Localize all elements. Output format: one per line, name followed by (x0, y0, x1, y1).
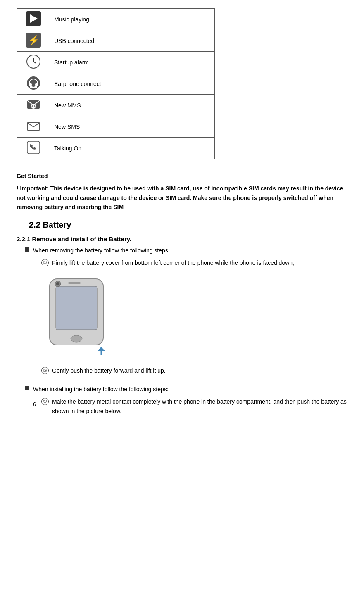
table-row: Startup alarm (17, 52, 215, 73)
svg-rect-23 (56, 286, 97, 330)
section-2-2-1-heading: 2.2.1 Remove and install of the Battery. (17, 236, 347, 243)
remove-steps-list: ① Firmly lift the battery cover from bot… (41, 258, 347, 267)
svg-point-19 (34, 105, 35, 106)
phone-svg (37, 275, 128, 357)
desc-cell: New MMS (50, 95, 215, 116)
svg-line-8 (37, 56, 38, 57)
table-row: Talking On (17, 138, 215, 159)
desc-cell: USB connected (50, 30, 215, 52)
desc-cell: New SMS (50, 116, 215, 138)
icon-cell (17, 9, 50, 30)
install-battery-list: When installing the battery follow the f… (25, 385, 347, 394)
table-row: New MMS (17, 95, 215, 116)
desc-cell: Music playing (50, 9, 215, 30)
svg-point-9 (27, 76, 40, 90)
page-number: 6 (33, 401, 36, 407)
svg-line-7 (29, 56, 30, 57)
get-started-warning: ! Important: This device is designed to … (17, 184, 347, 212)
get-started-section: Get Started ! Important: This device is … (17, 171, 347, 212)
get-started-title: Get Started (17, 171, 347, 181)
table-row: ⚡USB connected (17, 30, 215, 52)
table-row: Music playing (17, 9, 215, 30)
install-step-num-1: ① (41, 398, 49, 405)
svg-line-6 (33, 62, 36, 63)
desc-cell: Talking On (50, 138, 215, 159)
svg-rect-21 (27, 141, 40, 154)
install-steps-list: ① Make the battery metal contact complet… (41, 397, 347, 416)
remove-steps-list-2: ② Gently push the battery forward and li… (41, 366, 347, 375)
svg-text:⚡: ⚡ (28, 35, 39, 46)
step-num-2: ② (41, 367, 49, 374)
icon-cell (17, 138, 50, 159)
table-row: New SMS (17, 116, 215, 138)
install-battery-intro: When installing the battery follow the f… (33, 385, 169, 394)
desc-cell: Earphone connect (50, 73, 215, 95)
install-step-1-text: Make the battery metal contact completel… (52, 397, 347, 416)
icon-cell (17, 73, 50, 95)
svg-point-24 (71, 335, 82, 342)
remove-battery-item: When removing the battery follow the fol… (25, 246, 347, 255)
section-2-2-heading: 2.2 Battery (29, 220, 347, 230)
icon-cell (17, 116, 50, 138)
remove-step-2: ② Gently push the battery forward and li… (41, 366, 347, 375)
table-row: Earphone connect (17, 73, 215, 95)
bullet-icon-2 (25, 386, 29, 390)
icon-cell (17, 95, 50, 116)
remove-battery-intro: When removing the battery follow the fol… (33, 246, 170, 255)
phone-diagram (37, 275, 347, 359)
install-battery-item: When installing the battery follow the f… (25, 385, 347, 394)
remove-battery-list: When removing the battery follow the fol… (25, 246, 347, 255)
step-num-1: ① (41, 259, 49, 266)
install-step-1: ① Make the battery metal contact complet… (41, 397, 347, 416)
icon-cell: ⚡ (17, 30, 50, 52)
desc-cell: Startup alarm (50, 52, 215, 73)
remove-step-1: ① Firmly lift the battery cover from bot… (41, 258, 347, 267)
icon-cell (17, 52, 50, 73)
svg-point-18 (32, 105, 33, 106)
svg-point-26 (56, 282, 59, 285)
remove-step-1-text: Firmly lift the battery cover from botto… (52, 258, 294, 267)
svg-point-17 (31, 104, 36, 109)
icon-table: Music playing⚡USB connectedStartup alarm… (17, 8, 215, 159)
bullet-icon (25, 247, 29, 252)
svg-rect-27 (68, 282, 81, 284)
remove-step-2-text: Gently push the battery forward and lift… (52, 366, 166, 375)
